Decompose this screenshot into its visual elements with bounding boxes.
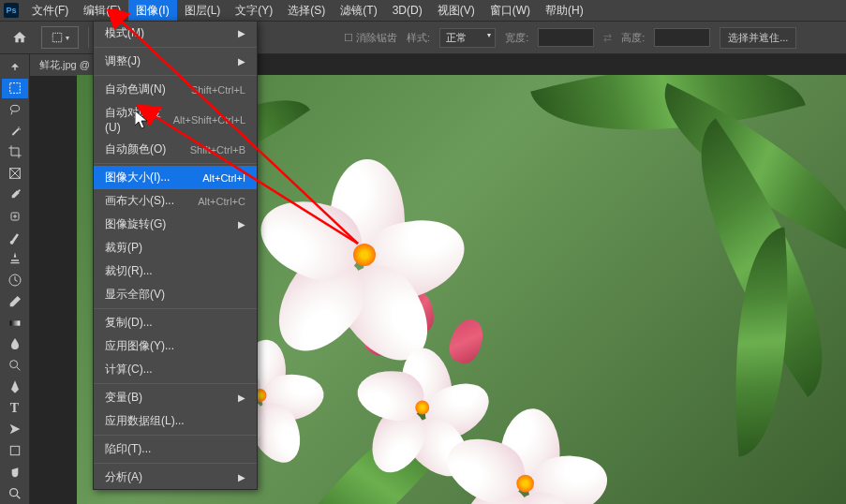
menu-item[interactable]: 裁剪(P) <box>94 236 257 259</box>
menu-item[interactable]: 显示全部(V) <box>94 283 257 306</box>
menu-layer[interactable]: 图层(L) <box>177 0 229 22</box>
menu-item[interactable]: 画布大小(S)...Alt+Ctrl+C <box>94 189 257 213</box>
menu-edit[interactable]: 编辑(E) <box>76 0 128 22</box>
stamp-tool-icon[interactable] <box>2 249 28 269</box>
menu-item[interactable]: 应用数据组(L)... <box>94 409 257 433</box>
healing-tool-icon[interactable] <box>2 206 28 226</box>
menu-item[interactable]: 分析(A)▶ <box>94 466 257 489</box>
marquee-tool-icon[interactable] <box>2 79 28 98</box>
menu-select[interactable]: 选择(S) <box>280 0 333 22</box>
image-menu-dropdown: 模式(M)▶调整(J)▶自动色调(N)Shift+Ctrl+L自动对比度(U)A… <box>93 21 258 490</box>
hand-tool-icon[interactable] <box>2 463 28 482</box>
brush-tool-icon[interactable] <box>2 228 28 247</box>
eyedropper-tool-icon[interactable] <box>2 185 28 205</box>
menu-item[interactable]: 图像旋转(G)▶ <box>94 213 257 236</box>
menu-image[interactable]: 图像(I) <box>128 0 176 22</box>
menu-item[interactable]: 计算(C)... <box>94 358 257 381</box>
style-label: 样式: <box>407 31 430 45</box>
menu-item[interactable]: 应用图像(Y)... <box>94 334 257 358</box>
menu-help[interactable]: 帮助(H) <box>538 0 591 22</box>
menu-item[interactable]: 陷印(T)... <box>94 437 257 461</box>
svg-rect-9 <box>9 83 20 94</box>
svg-point-12 <box>19 128 20 129</box>
crop-tool-icon[interactable] <box>2 142 28 162</box>
svg-point-10 <box>10 105 19 111</box>
dodge-tool-icon[interactable] <box>2 356 28 376</box>
menu-view[interactable]: 视图(V) <box>430 0 482 22</box>
type-tool-icon[interactable]: T <box>2 398 28 418</box>
menu-filter[interactable]: 滤镜(T) <box>333 0 384 22</box>
svg-rect-20 <box>9 320 20 325</box>
menu-item[interactable]: 自动颜色(O)Shift+Ctrl+B <box>94 138 257 161</box>
menu-item[interactable]: 调整(J)▶ <box>94 50 257 73</box>
magic-wand-tool-icon[interactable] <box>2 121 28 141</box>
blur-tool-icon[interactable] <box>2 334 28 354</box>
menu-item[interactable]: 复制(D)... <box>94 311 257 334</box>
svg-line-25 <box>17 496 20 498</box>
frame-tool-icon[interactable] <box>2 164 28 184</box>
menu-item[interactable]: 裁切(R)... <box>94 259 257 283</box>
menu-type[interactable]: 文字(Y) <box>228 0 280 22</box>
svg-point-24 <box>9 488 17 496</box>
svg-line-22 <box>17 367 20 370</box>
gradient-tool-icon[interactable] <box>2 313 28 333</box>
menu-file[interactable]: 文件(F) <box>24 0 76 22</box>
svg-point-21 <box>9 361 17 368</box>
menu-item[interactable]: 自动色调(N)Shift+Ctrl+L <box>94 78 257 101</box>
svg-point-11 <box>18 126 19 127</box>
style-select[interactable]: 正常 ▾ <box>439 28 496 48</box>
height-label: 高度: <box>621 31 645 45</box>
eraser-tool-icon[interactable] <box>2 291 28 311</box>
width-label: 宽度: <box>505 31 528 45</box>
menu-item[interactable]: 模式(M)▶ <box>94 22 257 45</box>
tool-preset-picker[interactable]: ▾ <box>41 26 79 49</box>
menu-3d[interactable]: 3D(D) <box>385 1 430 20</box>
home-button[interactable] <box>7 25 32 50</box>
menu-item[interactable]: 自动对比度(U)Alt+Shift+Ctrl+L <box>94 101 257 138</box>
menu-item[interactable]: 图像大小(I)...Alt+Ctrl+I <box>94 166 257 189</box>
select-and-mask-button[interactable]: 选择并遮住... <box>720 27 796 49</box>
shape-tool-icon[interactable] <box>2 441 28 461</box>
svg-rect-23 <box>10 446 19 454</box>
path-tool-icon[interactable] <box>2 420 28 439</box>
lasso-tool-icon[interactable] <box>2 100 28 120</box>
height-input[interactable] <box>654 28 710 47</box>
pen-tool-icon[interactable] <box>2 377 28 396</box>
tools-panel: T <box>0 54 30 504</box>
app-icon: Ps <box>4 3 19 18</box>
svg-rect-0 <box>52 33 61 41</box>
menu-item[interactable]: 变量(B)▶ <box>94 386 257 409</box>
menu-window[interactable]: 窗口(W) <box>482 0 538 22</box>
zoom-tool-icon[interactable] <box>2 483 28 503</box>
antialias-checkbox[interactable]: ☐ 消除锯齿 <box>344 31 397 45</box>
move-tool-icon[interactable] <box>2 57 28 77</box>
width-input[interactable] <box>538 28 594 47</box>
menubar: Ps 文件(F) 编辑(E) 图像(I) 图层(L) 文字(Y) 选择(S) 滤… <box>0 0 846 21</box>
history-brush-tool-icon[interactable] <box>2 271 28 290</box>
